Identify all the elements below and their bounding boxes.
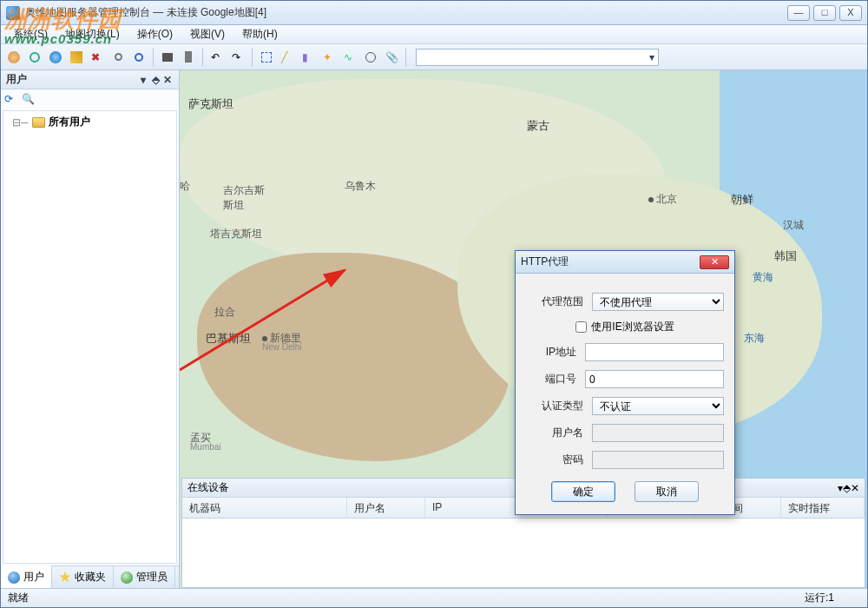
menu-system[interactable]: 系统(S): [4, 25, 56, 43]
tool-circle-icon[interactable]: [361, 48, 380, 67]
statusbar: 就绪 运行:1: [1, 588, 867, 607]
menubar: 系统(S) 地图切换(L) 操作(O) 视图(V) 帮助(H): [1, 25, 867, 44]
tool-pin-icon[interactable]: ✦: [319, 48, 339, 67]
label-sk: 韩国: [774, 248, 797, 264]
label-kyrgyz: 吉尔吉斯 斯坦: [223, 183, 265, 213]
label-pwd: 密码: [526, 453, 583, 467]
tool-search-icon[interactable]: [108, 48, 128, 67]
refresh-icon[interactable]: ⟳: [4, 93, 16, 105]
col-machine[interactable]: 机器码: [182, 498, 347, 518]
input-port[interactable]: [585, 370, 724, 388]
tool-sync-icon[interactable]: [25, 48, 44, 67]
search-icon[interactable]: 🔍: [22, 93, 34, 105]
http-proxy-dialog: HTTP代理 ✕ 代理范围 不使用代理 使用IE浏览器设置 IP地址: [515, 250, 735, 515]
col-ip[interactable]: IP: [425, 498, 521, 518]
status-ready: 就绪: [8, 591, 29, 605]
tool-delete-icon[interactable]: ✖: [88, 48, 107, 67]
label-ip: IP地址: [526, 345, 576, 360]
device-panel-title: 在线设备: [187, 480, 229, 495]
maximize-button[interactable]: □: [813, 5, 836, 21]
toolbar: ✖ ↶ ↷ ╱ ▮ ✦ ∿ 📎: [1, 44, 867, 70]
tool-undo-icon[interactable]: ↶: [207, 48, 227, 67]
col-cmd[interactable]: 实时指挥: [781, 498, 865, 518]
select-auth[interactable]: 不认证: [592, 397, 724, 415]
label-ha: 哈: [180, 179, 190, 194]
tree-toolbar: ⟳ 🔍: [1, 89, 179, 109]
tool-line-icon[interactable]: ╱: [278, 48, 297, 67]
label-proxy-scope: 代理范围: [526, 294, 583, 309]
label-hancheng: 汉城: [783, 218, 804, 233]
admin-icon: [121, 572, 133, 584]
toolbar-combo[interactable]: [416, 49, 659, 66]
left-panel-header: 用户 ▾ ⬘ ✕: [1, 70, 179, 89]
checkbox-use-ie[interactable]: [575, 321, 587, 333]
label-tajik: 塔吉克斯坦: [210, 227, 262, 241]
select-proxy-scope[interactable]: 不使用代理: [592, 293, 724, 311]
label-urumqi: 乌鲁木: [345, 179, 376, 194]
status-running: 运行:1: [805, 591, 834, 605]
label-yellow-sea: 黄海: [753, 270, 773, 285]
cancel-button[interactable]: 取消: [635, 481, 699, 502]
label-port: 端口号: [526, 372, 576, 387]
dialog-close-button[interactable]: ✕: [700, 255, 729, 269]
panel-pin-icon[interactable]: ⬘: [149, 74, 161, 86]
tab-users[interactable]: 用户: [1, 565, 52, 588]
tool-path-icon[interactable]: ∿: [340, 48, 359, 67]
label-nk: 朝鲜: [731, 192, 753, 208]
label-beijing: 北京: [648, 192, 677, 207]
tab-admin[interactable]: 管理员: [114, 566, 175, 588]
panel-close-icon[interactable]: ✕: [161, 74, 174, 86]
minimize-button[interactable]: —: [787, 5, 810, 21]
tool-print-icon[interactable]: [158, 48, 177, 67]
dialog-titlebar[interactable]: HTTP代理 ✕: [516, 251, 734, 274]
titlebar: 奥维地图服务器管理控制台 — 未连接 Google地图[4] — □ X: [1, 1, 867, 25]
app-icon: [6, 6, 20, 20]
tool-hand-icon[interactable]: [4, 48, 23, 67]
tool-redo-icon[interactable]: ↷: [228, 48, 247, 67]
svg-line-0: [180, 270, 345, 370]
label-auth: 认证类型: [526, 399, 583, 413]
label-kazakh: 萨克斯坦: [188, 96, 233, 112]
tool-layers-icon[interactable]: [67, 48, 86, 67]
device-close-icon[interactable]: ✕: [851, 482, 859, 494]
annotation-arrow: [180, 257, 366, 374]
left-bottom-tabs: 用户 收藏夹 管理员: [1, 565, 179, 588]
device-pin-icon[interactable]: ⬘: [843, 482, 851, 494]
tree-view[interactable]: ⊟─ 所有用户: [3, 110, 177, 564]
folder-icon: [32, 117, 45, 128]
window-title: 奥维地图服务器管理控制台 — 未连接 Google地图[4]: [25, 5, 784, 20]
device-grid-body[interactable]: [182, 519, 865, 587]
tree-root-item[interactable]: ⊟─ 所有用户: [3, 111, 176, 133]
menu-view[interactable]: 视图(V): [181, 25, 233, 43]
tree-root-label: 所有用户: [49, 115, 90, 129]
left-panel-title: 用户: [6, 72, 27, 87]
input-password: [592, 451, 724, 469]
star-icon: [59, 572, 71, 584]
tool-eye-icon[interactable]: [46, 48, 65, 67]
panel-options-icon[interactable]: ▾: [137, 74, 149, 86]
input-ip[interactable]: [585, 343, 724, 361]
ok-button[interactable]: 确定: [551, 481, 615, 502]
dialog-title: HTTP代理: [521, 254, 569, 269]
input-user: [592, 424, 724, 442]
label-mongolia: 蒙古: [527, 118, 549, 134]
close-button[interactable]: X: [839, 5, 862, 21]
tool-attach-icon[interactable]: 📎: [382, 48, 401, 67]
left-panel: 用户 ▾ ⬘ ✕ ⟳ 🔍 ⊟─ 所有用户 用户 收藏夹 管理员: [1, 70, 180, 588]
tool-ruler-icon[interactable]: ▮: [299, 48, 318, 67]
menu-help[interactable]: 帮助(H): [233, 25, 286, 43]
label-user: 用户名: [526, 426, 583, 440]
tab-favorites[interactable]: 收藏夹: [52, 566, 114, 588]
label-mumbai-en: Mumbai: [190, 442, 221, 452]
menu-operate[interactable]: 操作(O): [128, 25, 181, 43]
label-east-sea: 东海: [744, 331, 765, 346]
tool-device-icon[interactable]: [179, 48, 198, 67]
user-icon: [8, 572, 20, 584]
label-use-ie: 使用IE浏览器设置: [591, 320, 674, 334]
col-user[interactable]: 用户名: [347, 498, 425, 518]
menu-mapswitch[interactable]: 地图切换(L): [56, 25, 128, 43]
tool-target-icon[interactable]: [129, 48, 148, 67]
tool-select-icon[interactable]: [257, 48, 276, 67]
